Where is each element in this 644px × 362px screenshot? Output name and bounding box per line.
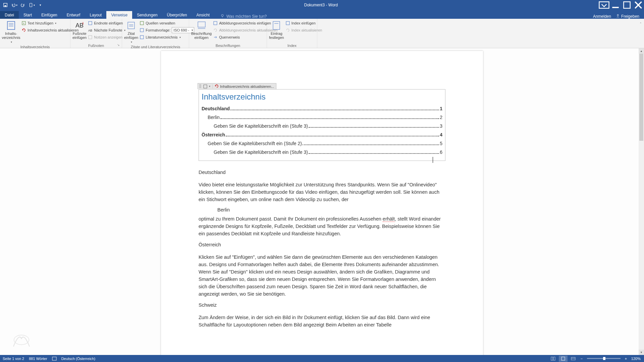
insert-citation-button[interactable]: Zitat einfügen▾ bbox=[124, 19, 138, 44]
manage-sources-button[interactable]: Quellen verwalten bbox=[140, 20, 194, 26]
zoom-out-icon[interactable]: − bbox=[579, 357, 584, 361]
bibliography-button[interactable]: Literaturverzeichnis▾ bbox=[140, 34, 194, 40]
scroll-thumb[interactable] bbox=[639, 54, 643, 141]
toc-entry[interactable]: Geben Sie die Kapitelüberschrift ein (St… bbox=[202, 139, 442, 148]
insert-footnote-button[interactable]: AB1 Fußnote einfügen bbox=[72, 19, 87, 40]
paragraph: Video bietet eine leistungsstarke Möglic… bbox=[199, 181, 445, 203]
next-footnote-label: Nächste Fußnote bbox=[94, 28, 122, 32]
tab-references[interactable]: Verweise bbox=[106, 11, 132, 19]
svg-rect-39 bbox=[571, 357, 575, 360]
qat-customize-icon[interactable]: ▾ bbox=[37, 2, 44, 8]
share-button[interactable]: Freigeben bbox=[616, 14, 639, 19]
svg-rect-22 bbox=[128, 22, 135, 29]
window-controls bbox=[598, 0, 644, 10]
heading-1: Schweiz bbox=[199, 302, 445, 308]
toc-leader-dots bbox=[226, 134, 439, 136]
tab-view[interactable]: Ansicht bbox=[192, 11, 214, 19]
scroll-up-icon[interactable]: ▲ bbox=[639, 48, 644, 54]
insert-index-button[interactable]: Index einfügen bbox=[285, 20, 322, 26]
svg-rect-30 bbox=[214, 21, 217, 25]
zoom-in-icon[interactable]: + bbox=[623, 357, 629, 361]
crossref-label: Querverweis bbox=[219, 35, 240, 39]
toc-update-button[interactable]: Inhaltsverzeichnis aktualisieren... bbox=[215, 84, 274, 89]
maximize-icon[interactable] bbox=[621, 0, 633, 10]
zoom-slider[interactable] bbox=[587, 358, 621, 359]
toc-entry[interactable]: Geben Sie die Kapitelüberschrift ein (St… bbox=[202, 122, 442, 130]
table-of-contents[interactable]: Inhaltsverzeichnis Deutschland 1Berlin 2… bbox=[199, 89, 445, 161]
redo-icon[interactable] bbox=[19, 2, 26, 8]
toc-update-label: Inhaltsverzeichnis aktualisieren... bbox=[220, 84, 274, 88]
read-mode-icon[interactable] bbox=[549, 356, 557, 362]
page-status[interactable]: Seite 1 von 2 bbox=[3, 357, 24, 361]
zoom-slider-thumb[interactable] bbox=[603, 357, 605, 360]
insert-index-label: Index einfügen bbox=[291, 21, 316, 25]
bibliography-label: Literaturverzeichnis bbox=[146, 35, 177, 39]
toc-leader-dots bbox=[309, 152, 439, 154]
undo-icon[interactable]: ▾ bbox=[11, 2, 17, 8]
insert-caption-button[interactable]: Beschriftung einfügen bbox=[191, 19, 212, 40]
insert-endnote-button[interactable]: Endnote einfügen bbox=[88, 20, 125, 26]
toc-entry-page: 2 bbox=[440, 113, 442, 122]
toc-entry[interactable]: Berlin 2 bbox=[202, 113, 442, 122]
close-icon[interactable] bbox=[633, 0, 644, 10]
update-index-button: Index aktualisieren bbox=[285, 27, 322, 33]
svg-rect-19 bbox=[89, 21, 92, 25]
refresh-icon bbox=[215, 84, 219, 89]
drag-handle-icon[interactable] bbox=[199, 84, 201, 88]
toc-entry[interactable]: Deutschland 1 bbox=[202, 104, 442, 113]
text-run: optimal zu Ihrem Dokument passt. Damit I… bbox=[199, 216, 383, 222]
tab-file[interactable]: Datei bbox=[0, 11, 19, 19]
tab-home[interactable]: Start bbox=[19, 11, 37, 19]
tab-review[interactable]: Überprüfen bbox=[162, 11, 192, 19]
watermark-icon bbox=[8, 325, 35, 352]
svg-rect-11 bbox=[7, 21, 15, 29]
print-layout-icon[interactable] bbox=[559, 356, 568, 362]
vertical-scrollbar[interactable]: ▲ ▼ bbox=[639, 48, 644, 355]
style-icon bbox=[140, 28, 144, 33]
toc-button[interactable]: Inhalts- verzeichnis ▾ bbox=[2, 19, 20, 44]
toc-entry-title: Geben Sie die Kapitelüberschrift ein (St… bbox=[208, 139, 302, 148]
tab-layout[interactable]: Layout bbox=[85, 11, 106, 19]
web-layout-icon[interactable] bbox=[569, 356, 578, 362]
ribbon-tabs: Datei Start Einfügen Entwurf Layout Verw… bbox=[0, 10, 644, 19]
save-icon[interactable] bbox=[2, 2, 9, 8]
update-toc-button[interactable]: Inhaltsverzeichnis aktualisieren bbox=[21, 27, 78, 33]
mark-index-entry-button[interactable]: Eintrag festlegen bbox=[269, 19, 284, 40]
tell-me-search[interactable]: Was möchten Sie tun? bbox=[218, 14, 269, 19]
add-text-button[interactable]: + Text hinzufügen▾ bbox=[21, 20, 78, 26]
spellcheck-icon[interactable] bbox=[52, 357, 57, 361]
spelling-error: erhält bbox=[383, 216, 395, 222]
toc-entry[interactable]: Geben Sie die Kapitelüberschrift ein (St… bbox=[202, 148, 442, 157]
scroll-down-icon[interactable]: ▼ bbox=[639, 350, 644, 355]
lightbulb-icon bbox=[220, 14, 224, 19]
manage-sources-icon bbox=[140, 21, 144, 25]
collapse-ribbon-icon[interactable]: ˆ bbox=[639, 21, 642, 27]
language-status[interactable]: Deutsch (Österreich) bbox=[61, 357, 95, 361]
minimize-icon[interactable] bbox=[610, 0, 621, 10]
tell-me-placeholder: Was möchten Sie tun? bbox=[226, 14, 267, 19]
svg-text:1: 1 bbox=[82, 21, 84, 25]
tab-design[interactable]: Entwurf bbox=[62, 11, 85, 19]
toc-entry[interactable]: Österreich 4 bbox=[202, 130, 442, 139]
touch-mode-icon[interactable]: ▾ bbox=[28, 2, 35, 8]
svg-rect-35 bbox=[52, 357, 56, 360]
next-footnote-button[interactable]: ABNächste Fußnote▾ bbox=[88, 27, 125, 33]
mark-entry-icon bbox=[271, 20, 282, 31]
word-count[interactable]: 881 Wörter bbox=[29, 357, 47, 361]
toc-leader-dots bbox=[230, 108, 439, 110]
tab-insert[interactable]: Einfügen bbox=[37, 11, 62, 19]
toc-gallery-dropdown[interactable]: ▾ bbox=[203, 84, 210, 88]
paragraph: Klicken Sie auf "Einfügen", und wählen S… bbox=[199, 253, 445, 298]
zoom-level[interactable]: 120% bbox=[630, 357, 642, 361]
document-workspace[interactable]: ▾ Inhaltsverzeichnis aktualisieren... In… bbox=[0, 48, 639, 355]
group-label-captions: Beschriftungen bbox=[191, 43, 265, 48]
footnotes-dialog-launcher-icon[interactable]: ↘ bbox=[117, 43, 121, 47]
mark-entry-label: Eintrag festlegen bbox=[269, 32, 284, 40]
share-label: Freigeben bbox=[621, 14, 639, 19]
manage-sources-label: Quellen verwalten bbox=[146, 21, 175, 25]
heading-1: Österreich bbox=[199, 242, 445, 247]
sign-in-link[interactable]: Anmelden bbox=[593, 14, 611, 19]
ribbon-display-options-icon[interactable] bbox=[598, 0, 610, 10]
tab-mailings[interactable]: Sendungen bbox=[132, 11, 162, 19]
add-text-icon: + bbox=[21, 21, 26, 25]
